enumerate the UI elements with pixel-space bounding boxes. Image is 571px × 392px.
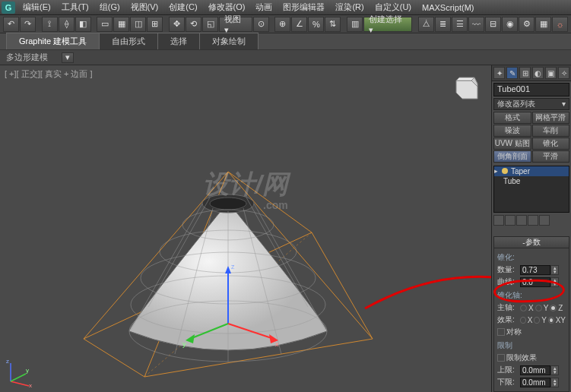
spinner-arrows-icon[interactable]: ▴▾	[550, 378, 559, 387]
curve-spinner[interactable]: ▴▾	[520, 277, 559, 287]
align-button[interactable]: ≣	[435, 17, 451, 32]
ribbon-expand-icon[interactable]: ▾	[62, 52, 74, 63]
effect-x-radio[interactable]	[520, 317, 526, 324]
mirror-button[interactable]: ⧊	[418, 17, 434, 32]
pivot-button[interactable]: ⊙	[253, 17, 269, 32]
link-button[interactable]: ⟟	[42, 17, 58, 32]
undo-button[interactable]: ↶	[3, 17, 19, 32]
select-button[interactable]: ▭	[97, 17, 113, 32]
render-setup-button[interactable]: ⚙	[519, 17, 535, 32]
menu-create[interactable]: 创建(C)	[164, 0, 201, 14]
symmetry-checkbox[interactable]	[497, 328, 505, 336]
mod-btn-1[interactable]: 网格平滑	[532, 112, 570, 124]
select-name-button[interactable]: ▦	[113, 17, 129, 32]
display-tab-icon[interactable]: ▣	[545, 67, 557, 79]
axis-z-radio[interactable]	[550, 305, 557, 311]
viewport-label[interactable]: [ +][ 正交][ 真实 + 边面 ]	[5, 68, 93, 80]
menu-render[interactable]: 渲染(R)	[331, 0, 368, 14]
bulb-icon[interactable]	[502, 168, 508, 174]
mod-btn-6[interactable]: 倒角剖面	[493, 150, 531, 163]
modifier-stack[interactable]: ▸ Taper Tube	[493, 166, 569, 213]
utilities-tab-icon[interactable]: ✧	[558, 67, 569, 79]
rollout-parameters-header[interactable]: - 参数	[493, 236, 569, 248]
pin-stack-icon[interactable]	[493, 215, 504, 226]
create-tab-icon[interactable]: ✦	[493, 67, 505, 79]
menu-graph[interactable]: 图形编辑器	[278, 0, 329, 14]
named-sel-dropdown[interactable]: 创建选择 ▾	[363, 17, 412, 32]
configure-icon[interactable]	[539, 215, 550, 226]
upper-input[interactable]	[520, 365, 550, 375]
menu-modifiers[interactable]: 修改器(O)	[204, 0, 250, 14]
spinner-snap[interactable]: ⇅	[325, 17, 341, 32]
mod-btn-3[interactable]: 车削	[532, 125, 570, 137]
schematic-button[interactable]: ⊟	[485, 17, 501, 32]
reference-coord-dropdown[interactable]: 视图 ▾	[219, 17, 252, 32]
spinner-arrows-icon[interactable]: ▴▾	[550, 277, 559, 287]
modstack-item-tube[interactable]: Tube	[494, 176, 569, 186]
modstack-item-taper[interactable]: ▸ Taper	[494, 166, 569, 176]
snap-toggle[interactable]: ⊕	[274, 17, 290, 32]
amount-spinner[interactable]: ▴▾	[520, 265, 559, 275]
viewcube-icon[interactable]	[447, 73, 481, 106]
curve-input[interactable]	[520, 277, 550, 287]
menu-view[interactable]: 视图(V)	[126, 0, 163, 14]
lower-spinner[interactable]: ▴▾	[520, 378, 559, 387]
axis-x-radio[interactable]	[520, 305, 527, 311]
mod-btn-4[interactable]: UVW 贴图	[493, 138, 531, 150]
hierarchy-tab-icon[interactable]: ⊞	[519, 67, 531, 79]
viewport[interactable]: [ +][ 正交][ 真实 + 边面 ]	[0, 65, 491, 392]
spinner-arrows-icon[interactable]: ▴▾	[550, 265, 559, 275]
menu-tools[interactable]: 工具(T)	[57, 0, 94, 14]
angle-snap[interactable]: ∠	[291, 17, 307, 32]
modifier-list-dropdown[interactable]: 修改器列表▾	[493, 98, 569, 110]
motion-tab-icon[interactable]: ◐	[532, 67, 544, 79]
named-sel-button[interactable]: ▥	[347, 17, 363, 32]
redo-button[interactable]: ↷	[20, 17, 36, 32]
material-button[interactable]: ◉	[502, 17, 518, 32]
effect-axis-label: 效果:	[497, 315, 519, 325]
mod-btn-5[interactable]: 锥化	[532, 138, 570, 150]
tab-graphite[interactable]: Graphite 建模工具	[6, 33, 100, 49]
mod-btn-2[interactable]: 噪波	[493, 125, 531, 137]
render-button[interactable]: ☼	[552, 17, 568, 32]
percent-snap[interactable]: %	[308, 17, 324, 32]
bind-button[interactable]: ◧	[75, 17, 91, 32]
show-end-icon[interactable]	[505, 215, 515, 226]
effect-xy-radio[interactable]	[548, 317, 554, 324]
layers-button[interactable]: ☰	[452, 17, 468, 32]
modify-tab-icon[interactable]: ✎	[506, 67, 518, 79]
window-cross-button[interactable]: ⊞	[147, 17, 163, 32]
spinner-arrows-icon[interactable]: ▴▾	[550, 365, 559, 375]
menu-custom[interactable]: 自定义(U)	[370, 0, 416, 14]
menu-group[interactable]: 组(G)	[95, 0, 125, 14]
menu-edit[interactable]: 编辑(E)	[18, 0, 56, 14]
menu-anim[interactable]: 动画	[251, 0, 277, 14]
lower-input[interactable]	[520, 378, 550, 387]
expand-icon[interactable]: ▸	[494, 167, 498, 175]
remove-mod-icon[interactable]	[528, 215, 538, 226]
select-rect-button[interactable]: ◫	[130, 17, 146, 32]
object-name-field[interactable]: Tube001	[493, 83, 569, 96]
tab-freeform[interactable]: 自由形式	[99, 33, 158, 49]
tab-select[interactable]: 选择	[157, 33, 200, 49]
viewport-geometry: z x y	[30, 111, 426, 384]
unlink-button[interactable]: ⟠	[59, 17, 75, 32]
amount-input[interactable]	[520, 265, 550, 275]
render-frame-button[interactable]: ▦	[535, 17, 551, 32]
move-button[interactable]: ✥	[169, 17, 185, 32]
upper-spinner[interactable]: ▴▾	[520, 365, 559, 375]
mod-btn-0[interactable]: 格式	[493, 112, 531, 124]
curve-editor-button[interactable]: 〰	[468, 17, 484, 32]
limit-effect-checkbox[interactable]	[497, 354, 505, 362]
unique-icon[interactable]	[516, 215, 527, 226]
scale-button[interactable]: ◱	[202, 17, 218, 32]
axis-y-radio[interactable]	[535, 305, 542, 311]
tab-objpaint[interactable]: 对象绘制	[199, 33, 259, 49]
rotate-button[interactable]: ⟲	[186, 17, 201, 32]
effect-y-radio[interactable]	[534, 317, 540, 324]
mod-btn-7[interactable]: 平滑	[532, 150, 570, 163]
ribbon-panel-label: 多边形建模	[6, 52, 48, 63]
svg-text:x: x	[29, 382, 32, 387]
section-taper-label: 锥化:	[497, 252, 515, 263]
menu-maxscript[interactable]: MAXScript(M)	[417, 2, 478, 14]
